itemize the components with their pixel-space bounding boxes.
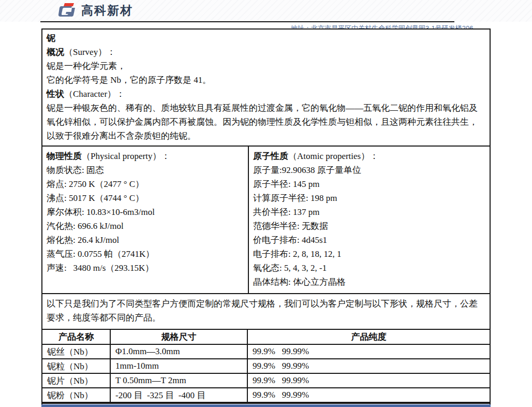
element-title: 铌 <box>47 31 485 45</box>
atomic-property-line: 共价半径: 137 pm <box>253 205 485 219</box>
physical-property-line: 沸点: 5017 K（4744 ° C） <box>47 191 244 205</box>
element-datasheet: 铌 概况（Survey）： 铌是一种化学元素， 它的化学符号是 Nb，它的原子序… <box>41 28 491 407</box>
column-header-spec-size: 规格尺寸 <box>110 329 247 344</box>
physical-properties-column: 物理性质（Physical property）： 物质状态: 固态熔点: 275… <box>42 147 249 293</box>
physical-list: 物质状态: 固态熔点: 2750 K（2477 ° C）沸点: 5017 K（4… <box>47 163 244 275</box>
character-label: 性状（Character）： <box>47 87 485 101</box>
physical-property-line: 声速: 3480 m/s（293.15K） <box>47 261 244 275</box>
product-table-body: 铌丝（Nb）Φ1.0mm—3.0mm99.9% 99.99%铌粒（Nb）1mm-… <box>42 344 490 402</box>
page: { "header": { "logo_text": "高科新材", "addr… <box>0 0 532 407</box>
table-row: 铌丝（Nb）Φ1.0mm—3.0mm99.9% 99.99% <box>42 344 490 359</box>
table-row: 铌粒（Nb）1mm-10mm99.9% 99.99% <box>42 359 490 373</box>
product-table-head: 产品名称 规格尺寸 产品纯度 <box>42 329 490 344</box>
table-row: 铌粉（Nb）-200 目 -325 目 -400 目99.9% 99.99% <box>42 388 490 402</box>
table-cell: -200 目 -325 目 -400 目 <box>110 388 247 402</box>
intro-section: 铌 概况（Survey）： 铌是一种化学元素， 它的化学符号是 Nb，它的原子序… <box>42 30 490 146</box>
physical-property-line: 蒸气压: 0.0755 帕（2741K） <box>47 247 244 261</box>
physical-property-line: 摩尔体积: 10.83×10-6m3/mol <box>47 205 244 219</box>
custom-note-section: 以下只是我们为了不同类型客户方便而定制的常规尺寸规格，我们可以为客户定制与以下形… <box>42 293 490 329</box>
table-cell: 99.9% 99.99% <box>247 344 490 359</box>
survey-label: 概况（Survey）： <box>47 45 485 59</box>
physical-property-line: 熔化热: 26.4 kJ/mol <box>47 233 244 247</box>
atomic-property-line: 氧化态: 5, 4, 3, 2, -1 <box>253 261 485 275</box>
footer-bar <box>41 404 491 407</box>
table-cell: 铌粉（Nb） <box>42 388 110 402</box>
physical-properties-title: 物理性质（Physical property）： <box>47 149 244 163</box>
survey-text-line2: 它的化学符号是 Nb，它的原子序数是 41。 <box>47 73 485 87</box>
table-cell: 铌丝（Nb） <box>42 344 110 359</box>
table-cell: 99.9% 99.99% <box>247 373 490 388</box>
properties-section: 物理性质（Physical property）： 物质状态: 固态熔点: 275… <box>42 146 490 293</box>
logo-text: 高科新材 <box>81 3 133 19</box>
atomic-property-line: 原子半径: 145 pm <box>253 177 485 191</box>
table-cell: Φ1.0mm—3.0mm <box>110 344 247 359</box>
atomic-properties-title: 原子性质（Atomic properties）： <box>253 149 485 163</box>
table-cell: 铌片（Nb） <box>42 373 110 388</box>
atomic-property-line: 价电子排布: 4d45s1 <box>253 233 485 247</box>
atomic-property-line: 电子排布: 2, 8, 18, 12, 1 <box>253 247 485 261</box>
atomic-list: 原子量:92.90638 原子量单位原子半径: 145 pm计算原子半径: 19… <box>253 163 485 289</box>
table-cell: 99.9% 99.99% <box>247 359 490 373</box>
survey-text-line1: 铌是一种化学元素， <box>47 59 485 73</box>
custom-note-text: 以下只是我们为了不同类型客户方便而定制的常规尺寸规格，我们可以为客户定制与以下形… <box>47 297 485 325</box>
table-cell: 99.9% 99.99% <box>247 388 490 402</box>
table-cell: 铌粒（Nb） <box>42 359 110 373</box>
atomic-property-line: 计算原子半径: 198 pm <box>253 191 485 205</box>
atomic-property-line: 范德华半径: 无数据 <box>253 219 485 233</box>
company-logo[interactable]: 高科新材 <box>58 2 133 19</box>
character-text: 铌是一种银灰色的、稀有的、质地较软且具有延展性的过渡金属，它的氧化物——五氧化二… <box>47 101 485 143</box>
table-cell: T 0.50mm—T 2mm <box>110 373 247 388</box>
table-row: 铌片（Nb）T 0.50mm—T 2mm99.9% 99.99% <box>42 373 490 388</box>
atomic-properties-column: 原子性质（Atomic properties）： 原子量:92.90638 原子… <box>249 147 490 293</box>
column-header-product-name: 产品名称 <box>42 329 110 344</box>
physical-property-line: 物质状态: 固态 <box>47 163 244 177</box>
logo-icon <box>58 2 77 19</box>
physical-property-line: 熔点: 2750 K（2477 ° C） <box>47 177 244 191</box>
atomic-property-line: 原子量:92.90638 原子量单位 <box>253 163 485 177</box>
table-header-row: 产品名称 规格尺寸 产品纯度 <box>42 329 490 344</box>
physical-property-line: 汽化热: 696.6 kJ/mol <box>47 219 244 233</box>
atomic-property-line: 晶体结构: 体心立方晶格 <box>253 275 485 289</box>
table-cell: 1mm-10mm <box>110 359 247 373</box>
column-header-purity: 产品纯度 <box>247 329 490 344</box>
header-divider <box>40 21 454 22</box>
product-table: 产品名称 规格尺寸 产品纯度 铌丝（Nb）Φ1.0mm—3.0mm99.9% 9… <box>42 329 490 403</box>
page-header: 高科新材 地址：北京市昌平区中关村生命科学园创意园3-1号研发楼206 座机：0… <box>0 0 532 22</box>
